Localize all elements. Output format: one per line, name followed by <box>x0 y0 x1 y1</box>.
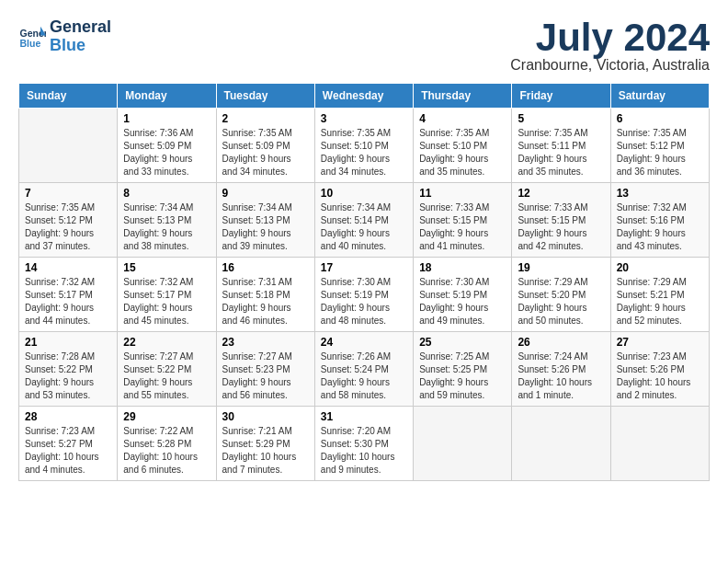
day-number: 10 <box>321 187 407 200</box>
day-number: 7 <box>25 187 111 200</box>
calendar-cell: 11Sunrise: 7:33 AMSunset: 5:15 PMDayligh… <box>414 183 512 258</box>
day-number: 6 <box>617 112 703 125</box>
calendar-cell: 21Sunrise: 7:28 AMSunset: 5:22 PMDayligh… <box>19 332 118 407</box>
day-info: Sunrise: 7:34 AMSunset: 5:13 PMDaylight:… <box>222 201 309 253</box>
calendar-cell: 30Sunrise: 7:21 AMSunset: 5:29 PMDayligh… <box>216 407 314 481</box>
day-info: Sunrise: 7:22 AMSunset: 5:28 PMDaylight:… <box>123 425 210 477</box>
calendar-cell: 31Sunrise: 7:20 AMSunset: 5:30 PMDayligh… <box>314 407 413 481</box>
day-number: 18 <box>419 261 506 274</box>
calendar-cell: 17Sunrise: 7:30 AMSunset: 5:19 PMDayligh… <box>314 258 413 332</box>
calendar-cell: 23Sunrise: 7:27 AMSunset: 5:23 PMDayligh… <box>216 332 314 407</box>
calendar-cell: 1Sunrise: 7:36 AMSunset: 5:09 PMDaylight… <box>118 109 216 183</box>
logo-icon: General Blue <box>18 23 46 51</box>
day-info: Sunrise: 7:31 AMSunset: 5:18 PMDaylight:… <box>222 276 309 327</box>
day-number: 2 <box>222 112 309 125</box>
day-number: 13 <box>617 187 703 200</box>
day-number: 1 <box>123 112 210 125</box>
calendar-cell: 20Sunrise: 7:29 AMSunset: 5:21 PMDayligh… <box>610 258 709 332</box>
day-number: 22 <box>123 336 210 349</box>
week-row-4: 21Sunrise: 7:28 AMSunset: 5:22 PMDayligh… <box>19 332 710 407</box>
day-info: Sunrise: 7:32 AMSunset: 5:16 PMDaylight:… <box>617 201 703 253</box>
day-info: Sunrise: 7:36 AMSunset: 5:09 PMDaylight:… <box>123 127 210 178</box>
day-info: Sunrise: 7:35 AMSunset: 5:10 PMDaylight:… <box>321 127 407 178</box>
calendar-cell: 14Sunrise: 7:32 AMSunset: 5:17 PMDayligh… <box>19 258 118 332</box>
day-info: Sunrise: 7:23 AMSunset: 5:27 PMDaylight:… <box>25 425 111 477</box>
day-info: Sunrise: 7:33 AMSunset: 5:15 PMDaylight:… <box>419 201 506 253</box>
calendar-cell: 13Sunrise: 7:32 AMSunset: 5:16 PMDayligh… <box>610 183 709 258</box>
day-info: Sunrise: 7:35 AMSunset: 5:12 PMDaylight:… <box>25 201 111 253</box>
calendar-cell: 9Sunrise: 7:34 AMSunset: 5:13 PMDaylight… <box>216 183 314 258</box>
calendar-cell: 16Sunrise: 7:31 AMSunset: 5:18 PMDayligh… <box>216 258 314 332</box>
calendar-cell: 26Sunrise: 7:24 AMSunset: 5:26 PMDayligh… <box>512 332 610 407</box>
day-info: Sunrise: 7:34 AMSunset: 5:13 PMDaylight:… <box>123 201 210 253</box>
calendar-cell: 28Sunrise: 7:23 AMSunset: 5:27 PMDayligh… <box>19 407 118 481</box>
calendar-cell: 6Sunrise: 7:35 AMSunset: 5:12 PMDaylight… <box>610 109 709 183</box>
calendar-cell: 12Sunrise: 7:33 AMSunset: 5:15 PMDayligh… <box>512 183 610 258</box>
day-number: 20 <box>617 261 703 274</box>
day-number: 28 <box>25 410 111 423</box>
day-info: Sunrise: 7:35 AMSunset: 5:10 PMDaylight:… <box>419 127 506 178</box>
calendar-cell <box>610 407 709 481</box>
calendar-cell: 25Sunrise: 7:25 AMSunset: 5:25 PMDayligh… <box>414 332 512 407</box>
day-number: 30 <box>222 410 309 423</box>
day-info: Sunrise: 7:21 AMSunset: 5:29 PMDaylight:… <box>222 425 309 477</box>
calendar-cell: 10Sunrise: 7:34 AMSunset: 5:14 PMDayligh… <box>314 183 413 258</box>
day-number: 11 <box>419 187 506 200</box>
calendar-cell: 4Sunrise: 7:35 AMSunset: 5:10 PMDaylight… <box>414 109 512 183</box>
day-number: 4 <box>419 112 506 125</box>
day-info: Sunrise: 7:24 AMSunset: 5:26 PMDaylight:… <box>518 350 604 402</box>
day-number: 16 <box>222 261 309 274</box>
logo: General Blue General Blue <box>18 18 111 55</box>
day-number: 5 <box>518 112 604 125</box>
calendar-cell: 19Sunrise: 7:29 AMSunset: 5:20 PMDayligh… <box>512 258 610 332</box>
day-number: 15 <box>123 261 210 274</box>
day-number: 14 <box>25 261 111 274</box>
calendar-cell <box>19 109 118 183</box>
day-info: Sunrise: 7:35 AMSunset: 5:12 PMDaylight:… <box>617 127 703 178</box>
day-number: 27 <box>617 336 703 349</box>
day-number: 19 <box>518 261 604 274</box>
calendar-cell: 27Sunrise: 7:23 AMSunset: 5:26 PMDayligh… <box>610 332 709 407</box>
calendar-cell: 3Sunrise: 7:35 AMSunset: 5:10 PMDaylight… <box>314 109 413 183</box>
day-info: Sunrise: 7:27 AMSunset: 5:22 PMDaylight:… <box>123 350 210 402</box>
page-header: General Blue General Blue July 2024 Cran… <box>18 18 710 74</box>
calendar-cell: 8Sunrise: 7:34 AMSunset: 5:13 PMDaylight… <box>118 183 216 258</box>
day-number: 25 <box>419 336 506 349</box>
calendar-cell: 15Sunrise: 7:32 AMSunset: 5:17 PMDayligh… <box>118 258 216 332</box>
calendar-cell: 7Sunrise: 7:35 AMSunset: 5:12 PMDaylight… <box>19 183 118 258</box>
svg-text:Blue: Blue <box>20 37 41 48</box>
week-row-3: 14Sunrise: 7:32 AMSunset: 5:17 PMDayligh… <box>19 258 710 332</box>
week-row-5: 28Sunrise: 7:23 AMSunset: 5:27 PMDayligh… <box>19 407 710 481</box>
day-info: Sunrise: 7:30 AMSunset: 5:19 PMDaylight:… <box>419 276 506 327</box>
header-monday: Monday <box>118 84 216 109</box>
day-info: Sunrise: 7:35 AMSunset: 5:11 PMDaylight:… <box>518 127 604 178</box>
header-thursday: Thursday <box>414 84 512 109</box>
day-number: 17 <box>321 261 407 274</box>
day-info: Sunrise: 7:29 AMSunset: 5:21 PMDaylight:… <box>617 276 703 327</box>
day-info: Sunrise: 7:28 AMSunset: 5:22 PMDaylight:… <box>25 350 111 402</box>
day-info: Sunrise: 7:20 AMSunset: 5:30 PMDaylight:… <box>321 425 407 477</box>
day-info: Sunrise: 7:33 AMSunset: 5:15 PMDaylight:… <box>518 201 604 253</box>
day-number: 31 <box>321 410 407 423</box>
logo-text-general: General <box>50 18 111 37</box>
day-info: Sunrise: 7:32 AMSunset: 5:17 PMDaylight:… <box>25 276 111 327</box>
day-info: Sunrise: 7:32 AMSunset: 5:17 PMDaylight:… <box>123 276 210 327</box>
calendar-cell: 22Sunrise: 7:27 AMSunset: 5:22 PMDayligh… <box>118 332 216 407</box>
header-wednesday: Wednesday <box>314 84 413 109</box>
day-info: Sunrise: 7:25 AMSunset: 5:25 PMDaylight:… <box>419 350 506 402</box>
day-number: 26 <box>518 336 604 349</box>
day-info: Sunrise: 7:30 AMSunset: 5:19 PMDaylight:… <box>321 276 407 327</box>
calendar-cell <box>512 407 610 481</box>
header-friday: Friday <box>512 84 610 109</box>
calendar-cell: 24Sunrise: 7:26 AMSunset: 5:24 PMDayligh… <box>314 332 413 407</box>
title-block: July 2024 Cranbourne, Victoria, Australi… <box>510 18 710 74</box>
day-info: Sunrise: 7:29 AMSunset: 5:20 PMDaylight:… <box>518 276 604 327</box>
calendar-body: 1Sunrise: 7:36 AMSunset: 5:09 PMDaylight… <box>19 109 710 481</box>
day-number: 23 <box>222 336 309 349</box>
day-info: Sunrise: 7:34 AMSunset: 5:14 PMDaylight:… <box>321 201 407 253</box>
location-title: Cranbourne, Victoria, Australia <box>510 57 710 74</box>
day-info: Sunrise: 7:35 AMSunset: 5:09 PMDaylight:… <box>222 127 309 178</box>
calendar-cell: 2Sunrise: 7:35 AMSunset: 5:09 PMDaylight… <box>216 109 314 183</box>
day-number: 3 <box>321 112 407 125</box>
day-number: 21 <box>25 336 111 349</box>
